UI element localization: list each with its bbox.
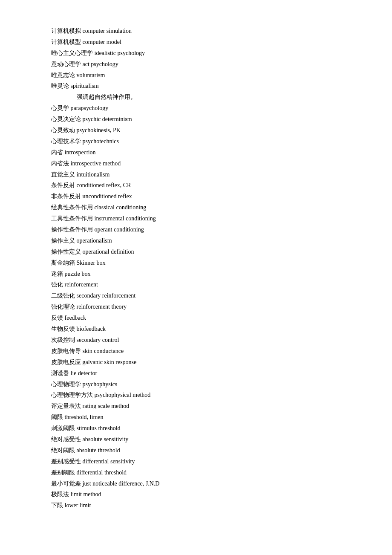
chinese-term: 直觉主义: [51, 171, 75, 178]
english-term: reinforcement: [63, 281, 98, 288]
english-term: puzzle box: [63, 271, 91, 277]
english-term: computer model: [81, 39, 121, 45]
english-term: Skinner box: [75, 260, 106, 266]
english-term: voluntarism: [75, 72, 105, 78]
english-term: secondary reinforcement: [75, 292, 135, 299]
list-item: 操作主义 operationalism: [51, 235, 349, 246]
chinese-term: 心灵致动: [51, 127, 75, 133]
english-term: secondary control: [75, 337, 119, 343]
list-item: 心灵决定论 psychic determinism: [51, 114, 349, 125]
list-item: 迷箱 puzzle box: [51, 269, 349, 280]
list-item: 测谎器 lie detector: [51, 368, 349, 379]
list-item: 条件反射 conditioned reflex, CR: [51, 180, 349, 191]
chinese-term: 皮肤电传导: [51, 348, 81, 354]
chinese-term: 唯意志论: [51, 72, 75, 78]
english-term: introspective method: [69, 160, 121, 167]
english-term: operationalism: [75, 237, 112, 244]
chinese-term: 阈限: [51, 414, 63, 420]
chinese-term: 绝对阈限: [51, 447, 75, 454]
chinese-term: 心灵决定论: [51, 116, 81, 122]
english-term: differential threshold: [75, 469, 127, 476]
list-item: 次级控制 secondary control: [51, 335, 349, 346]
list-item: 刺激阈限 stimulus threshold: [51, 423, 349, 434]
chinese-term: 非条件反射: [51, 193, 81, 199]
english-term: stimulus threshold: [75, 425, 121, 431]
chinese-term: 工具性条件作用: [51, 215, 93, 222]
list-item: 绝对阈限 absolute threshold: [51, 445, 349, 456]
english-term: psychophysics: [81, 381, 117, 387]
chinese-term: 斯金纳箱: [51, 260, 75, 266]
english-term: biofeedback: [75, 326, 106, 332]
english-term: classical conditioning: [93, 204, 146, 211]
english-term: instrumental conditioning: [93, 215, 156, 222]
list-item: 内省 introspection: [51, 147, 349, 158]
list-item: 心灵致动 psychokinesis, PK: [51, 125, 349, 136]
english-term: psychic determinism: [81, 116, 132, 122]
english-term: feedback: [63, 315, 86, 321]
list-item: 操作性定义 operational definition: [51, 246, 349, 257]
chinese-term: 评定量表法: [51, 403, 81, 409]
chinese-term: 心理物理学方法: [51, 392, 93, 398]
chinese-term: 唯心主义心理学: [51, 50, 93, 56]
list-item: 斯金纳箱 Skinner box: [51, 257, 349, 269]
english-term: just noticeable difference, J.N.D: [81, 480, 159, 487]
chinese-term: 条件反射: [51, 182, 75, 188]
english-term: galvanic skin response: [81, 359, 136, 365]
english-term: absolute sensitivity: [81, 436, 128, 442]
list-item: 阈限 threshold, limen: [51, 412, 349, 423]
chinese-term: 意动心理学: [51, 61, 81, 67]
list-item: 非条件反射 unconditioned reflex: [51, 191, 349, 202]
english-term: conditioned reflex, CR: [75, 182, 131, 188]
chinese-term: 计算机模型: [51, 39, 81, 45]
chinese-term: 最小可觉差: [51, 480, 81, 487]
list-item: 唯意志论 voluntarism: [51, 70, 349, 81]
list-item: 唯灵论 spiritualism: [51, 81, 349, 92]
note-text: 强调超自然精神作用。: [77, 94, 136, 100]
list-item: 反馈 feedback: [51, 312, 349, 324]
list-item: 下限 lower limit: [51, 500, 349, 511]
english-term: limit method: [69, 491, 101, 497]
list-item: 强化 reinforcement: [51, 279, 349, 290]
content-area: 计算机模拟 computer simulation计算机模型 computer …: [51, 26, 349, 511]
list-item: 计算机模拟 computer simulation: [51, 26, 349, 37]
list-item: 评定量表法 rating scale method: [51, 401, 349, 412]
chinese-term: 刺激阈限: [51, 425, 75, 431]
english-term: skin conductance: [81, 348, 124, 354]
english-term: psychophysical method: [93, 392, 150, 398]
chinese-term: 差别感受性: [51, 458, 81, 465]
chinese-term: 操作主义: [51, 237, 75, 244]
english-term: threshold, limen: [63, 414, 104, 420]
list-item: 意动心理学 act psychology: [51, 59, 349, 70]
list-item: 唯心主义心理学 idealistic psychology: [51, 48, 349, 59]
list-item: 内省法 introspective method: [51, 158, 349, 169]
english-term: psychotechnics: [81, 138, 119, 145]
english-term: reinforcement theory: [75, 304, 127, 310]
chinese-term: 次级控制: [51, 337, 75, 343]
english-term: idealistic psychology: [93, 50, 145, 56]
english-term: differential sensitivity: [81, 458, 135, 465]
chinese-term: 迷箱: [51, 271, 63, 277]
english-term: absolute threshold: [75, 447, 120, 454]
chinese-term: 唯灵论: [51, 83, 69, 89]
english-term: lie detector: [69, 370, 97, 376]
list-item: 皮肤电传导 skin conductance: [51, 346, 349, 357]
english-term: operant conditioning: [93, 226, 144, 233]
english-term: spiritualism: [69, 83, 99, 89]
list-item: 二级强化 secondary reinforcement: [51, 290, 349, 301]
chinese-term: 计算机模拟: [51, 28, 81, 34]
chinese-term: 差别阈限: [51, 469, 75, 476]
list-item: 心理物理学 psychophysics: [51, 379, 349, 390]
chinese-term: 二级强化: [51, 292, 75, 299]
list-item: 心理物理学方法 psychophysical method: [51, 390, 349, 401]
list-item: 生物反馈 biofeedback: [51, 324, 349, 335]
chinese-term: 极限法: [51, 491, 69, 497]
list-item: 心灵学 parapsychology: [51, 103, 349, 114]
list-item: 强化理论 reinforcement theory: [51, 301, 349, 312]
chinese-term: 操作性条件作用: [51, 226, 93, 233]
list-item: 强调超自然精神作用。: [51, 92, 349, 103]
chinese-term: 心灵学: [51, 105, 69, 111]
english-term: computer simulation: [81, 28, 132, 34]
chinese-term: 皮肤电反应: [51, 359, 81, 365]
list-item: 工具性条件作用 instrumental conditioning: [51, 213, 349, 224]
chinese-term: 绝对感受性: [51, 436, 81, 442]
